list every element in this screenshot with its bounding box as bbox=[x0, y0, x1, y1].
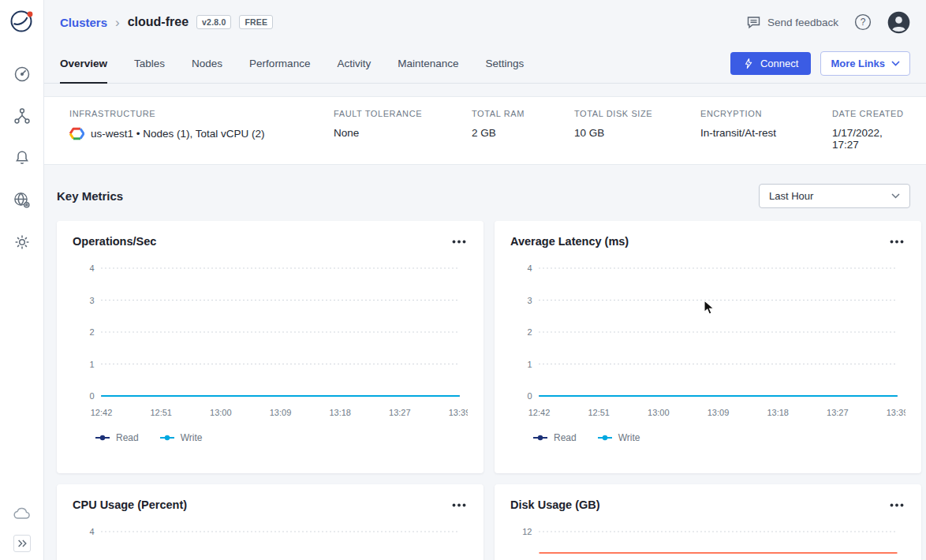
info-total-disk-size: TOTAL DISK SIZE 10 GB bbox=[574, 109, 700, 151]
app-logo-icon[interactable] bbox=[9, 9, 35, 37]
help-button[interactable]: ? bbox=[854, 13, 872, 31]
plan-badge: FREE bbox=[239, 15, 273, 29]
svg-text:12:51: 12:51 bbox=[588, 408, 610, 417]
svg-text:13:00: 13:00 bbox=[210, 408, 232, 417]
svg-text:3: 3 bbox=[89, 296, 94, 305]
gauge-icon[interactable] bbox=[13, 65, 31, 83]
tab-overview[interactable]: Overview bbox=[60, 44, 107, 84]
svg-text:13:09: 13:09 bbox=[708, 408, 730, 417]
chart-card-operations: Operations/Sec 0123412:4212:5113:0013:09… bbox=[57, 221, 484, 473]
chart-menu-button[interactable] bbox=[450, 500, 468, 510]
more-links-button[interactable]: More Links bbox=[820, 51, 910, 76]
chart-title: Disk Usage (GB) bbox=[510, 498, 600, 511]
svg-text:13:39: 13:39 bbox=[887, 408, 905, 417]
bell-icon[interactable] bbox=[13, 149, 31, 166]
tab-activity[interactable]: Activity bbox=[337, 44, 371, 84]
charts-grid: Operations/Sec 0123412:4212:5113:0013:09… bbox=[57, 221, 921, 560]
svg-text:2: 2 bbox=[527, 327, 532, 337]
info-date-created: DATE CREATED 1/17/2022, 17:27 bbox=[832, 109, 907, 151]
svg-text:3: 3 bbox=[527, 296, 532, 305]
sidebar bbox=[0, 0, 44, 560]
svg-text:12: 12 bbox=[522, 527, 532, 536]
tab-tables[interactable]: Tables bbox=[134, 44, 165, 84]
svg-text:13:09: 13:09 bbox=[270, 408, 292, 417]
key-metrics-header: Key Metrics Last Hour bbox=[44, 165, 926, 208]
ellipsis-icon bbox=[452, 503, 466, 507]
chart-plot: 0123412:4212:5113:0013:0913:1813:2713:39 bbox=[73, 257, 468, 426]
svg-text:13:00: 13:00 bbox=[648, 408, 670, 417]
feedback-bubble-icon bbox=[746, 16, 761, 29]
ellipsis-icon bbox=[890, 503, 904, 507]
svg-text:12:51: 12:51 bbox=[150, 408, 172, 417]
send-feedback-button[interactable]: Send feedback bbox=[746, 16, 838, 29]
svg-text:12:42: 12:42 bbox=[91, 408, 113, 417]
network-icon[interactable] bbox=[13, 107, 31, 125]
breadcrumb: Clusters › cloud-free v2.8.0 FREE bbox=[60, 15, 273, 29]
chart-legend: ReadWrite bbox=[510, 432, 905, 443]
tab-performance[interactable]: Performance bbox=[249, 44, 310, 84]
connect-button[interactable]: Connect bbox=[730, 52, 811, 75]
time-range-select[interactable]: Last Hour bbox=[759, 184, 910, 208]
svg-text:4: 4 bbox=[527, 263, 532, 273]
bolt-icon bbox=[743, 58, 754, 69]
tab-bar: Overview Tables Nodes Performance Activi… bbox=[44, 44, 926, 84]
header-actions: Send feedback ? bbox=[746, 11, 910, 34]
cluster-info-bar: INFRASTRUCTURE us-west1 • Nodes (1), Tot… bbox=[44, 96, 926, 165]
svg-text:13:39: 13:39 bbox=[449, 408, 468, 417]
svg-text:13:27: 13:27 bbox=[827, 408, 849, 417]
info-encryption: ENCRYPTION In-transit/At-rest bbox=[700, 109, 832, 151]
legend-item: Read bbox=[532, 432, 577, 443]
chart-card-disk: Disk Usage (GB) 03691212:4212:5113:0013:… bbox=[495, 484, 921, 560]
legend-item: Write bbox=[159, 432, 203, 443]
tabs: Overview Tables Nodes Performance Activi… bbox=[60, 44, 524, 83]
chart-title: Average Latency (ms) bbox=[510, 235, 629, 248]
svg-text:12:42: 12:42 bbox=[528, 408, 551, 417]
sidebar-nav bbox=[13, 65, 31, 251]
legend-item: Write bbox=[597, 432, 640, 443]
tab-settings[interactable]: Settings bbox=[485, 44, 524, 84]
breadcrumb-clusters-link[interactable]: Clusters bbox=[60, 16, 107, 29]
chart-card-cpu: CPU Usage (Percent) 0123412:4212:5113:00… bbox=[57, 484, 484, 560]
tab-nodes[interactable]: Nodes bbox=[192, 44, 222, 84]
chart-title: Operations/Sec bbox=[73, 235, 156, 248]
key-metrics-title: Key Metrics bbox=[57, 189, 123, 203]
gcp-icon bbox=[69, 127, 84, 140]
chart-menu-button[interactable] bbox=[888, 500, 905, 510]
ellipsis-icon bbox=[452, 240, 466, 244]
chart-card-latency: Average Latency (ms) 0123412:4212:5113:0… bbox=[495, 221, 921, 473]
main-area: Clusters › cloud-free v2.8.0 FREE Send f… bbox=[44, 0, 926, 560]
chevron-down-icon bbox=[891, 193, 900, 199]
svg-text:1: 1 bbox=[89, 360, 94, 369]
svg-text:13:27: 13:27 bbox=[389, 408, 411, 417]
svg-text:4: 4 bbox=[89, 527, 94, 536]
chart-title: CPU Usage (Percent) bbox=[73, 498, 187, 511]
info-fault-tolerance: FAULT TOLERANCE None bbox=[334, 109, 472, 151]
chart-menu-button[interactable] bbox=[450, 237, 468, 247]
chart-plot: 0123412:4212:5113:0013:0913:1813:2713:39 bbox=[73, 521, 468, 560]
cloud-icon[interactable] bbox=[13, 505, 32, 522]
info-infrastructure: INFRASTRUCTURE us-west1 • Nodes (1), Tot… bbox=[69, 109, 334, 151]
tab-actions: Connect More Links bbox=[730, 44, 910, 83]
cluster-name: cloud-free bbox=[128, 15, 189, 29]
svg-text:0: 0 bbox=[89, 391, 94, 401]
legend-item: Read bbox=[95, 432, 139, 443]
top-header: Clusters › cloud-free v2.8.0 FREE Send f… bbox=[44, 0, 926, 44]
sidebar-expand-button[interactable] bbox=[13, 535, 31, 552]
svg-text:1: 1 bbox=[527, 360, 532, 369]
svg-text:13:18: 13:18 bbox=[767, 408, 789, 417]
globe-gear-icon[interactable] bbox=[13, 191, 31, 209]
chart-menu-button[interactable] bbox=[888, 237, 905, 247]
svg-text:13:18: 13:18 bbox=[329, 408, 351, 417]
breadcrumb-chevron-icon: › bbox=[115, 16, 120, 29]
tab-maintenance[interactable]: Maintenance bbox=[398, 44, 458, 84]
chevron-down-icon bbox=[891, 61, 900, 66]
svg-text:0: 0 bbox=[527, 391, 532, 401]
chart-plot: 0123412:4212:5113:0013:0913:1813:2713:39 bbox=[510, 257, 905, 426]
chart-legend: ReadWrite bbox=[73, 432, 468, 443]
version-badge: v2.8.0 bbox=[196, 15, 231, 29]
svg-text:2: 2 bbox=[89, 327, 94, 337]
chart-plot: 03691212:4212:5113:0013:0913:1813:2713:3… bbox=[510, 521, 905, 560]
gear-icon[interactable] bbox=[13, 233, 31, 251]
sidebar-bottom bbox=[13, 505, 32, 552]
user-avatar[interactable] bbox=[887, 11, 910, 34]
